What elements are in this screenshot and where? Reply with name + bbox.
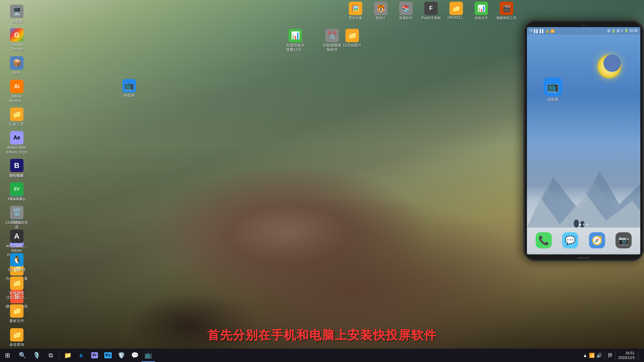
phone-app-kuaitouping[interactable]: 📺 快投屏 — [544, 77, 562, 102]
taskbar-datetime[interactable]: 16:51 2020/12/3 — [618, 351, 635, 360]
tray-network[interactable]: 📶 — [589, 353, 595, 358]
tr-icon-ifonts[interactable]: F iFonts字体制 — [419, 2, 443, 20]
taskbar-kuai-pin[interactable]: 📺 — [142, 349, 155, 362]
my-pc-icon: 🖥️ — [10, 5, 23, 18]
biaoge-icon: 📊 — [475, 2, 488, 15]
taskbar-explorer[interactable]: 📁 — [61, 349, 74, 362]
desktop-icon-qq[interactable]: 🐧 QQ 浏览器 — [3, 251, 30, 274]
11yue-icon: 📁 — [345, 29, 359, 42]
tr-icon-biaoge[interactable]: 📊 表格文件 — [470, 2, 493, 20]
desktop-icon-11yue[interactable]: 📁 11月份图片 — [339, 27, 366, 50]
ev-label: EV录屏 — [11, 197, 23, 201]
recycle-icon: 🗑️ — [10, 206, 23, 219]
ev-icon: EV — [10, 182, 23, 196]
phone-status-right: 蓝 🔋 蓝 ✕ 🔋 10:36 — [607, 28, 638, 33]
ifonts-label: iFonts字体制 — [421, 16, 440, 20]
mountain-svg — [527, 144, 640, 228]
phone-dock-phone[interactable]: 📞 — [536, 232, 552, 248]
ae-icon: Ae — [10, 131, 23, 144]
desktop-icon-recycle[interactable]: 🗑️ 回收站 — [3, 204, 30, 227]
taskbar-divider-1 — [59, 351, 59, 360]
desktop-icon-bilibili[interactable]: B B站视频 — [3, 157, 30, 180]
phone-mountains-bg — [527, 144, 640, 228]
taskbar-task-view[interactable]: ⧉ — [44, 349, 57, 362]
edge-icon: e — [79, 352, 83, 359]
desktop-icon-duan[interactable]: 📁 短视频组(192.168.2... — [3, 275, 30, 302]
moon-overlay — [603, 52, 625, 74]
ai-label: AdobeIllustrat... — [9, 94, 24, 103]
phone-dock-message[interactable]: 💬 — [562, 232, 578, 248]
kuaitouping-tb-icon: 📺 — [145, 351, 152, 359]
page-dot-2 — [583, 224, 585, 226]
desktop-icon-my-pc[interactable]: 🖥️ 以电脑 — [3, 3, 30, 25]
video-tool-icon: 🎬 — [500, 2, 513, 15]
tr-icon-wallpaper[interactable]: 🖼️ 壁纸合集 — [344, 2, 367, 20]
taskbar-cortana[interactable]: 🎙️ — [30, 349, 43, 362]
desktop-icon-baidu[interactable]: 📊 百度经验关道微12月... — [282, 27, 309, 54]
taskbar-edge[interactable]: e — [74, 349, 88, 362]
taskbar-360[interactable]: 🛡️ — [115, 349, 128, 362]
phone-home-bar — [577, 257, 590, 259]
duan-icon: 📁 — [10, 277, 23, 290]
books-label: 迅搜软件 — [399, 16, 413, 20]
taskbar-pr-pin[interactable]: Pr — [88, 349, 101, 362]
arctime-label: ARCTIME_... — [6, 244, 28, 248]
phone-weather-widget — [597, 54, 630, 87]
taskbar-show-desktop[interactable] — [638, 351, 641, 360]
taskbar-wechat[interactable]: 💬 — [128, 349, 142, 362]
ifonts-icon: F — [424, 2, 438, 15]
chrome-label: GoogleChrome — [10, 43, 23, 51]
tr-icon-hushe[interactable]: 🐯 虎设计 — [369, 2, 392, 20]
recycle-label: 回收站 — [11, 220, 22, 225]
task-view-icon: ⧉ — [49, 352, 53, 359]
taskbar-left: ⊞ 🔍 🎙️ ⧉ 📁 e Pr — [0, 349, 155, 362]
phone-bt: 蓝 — [607, 28, 610, 33]
ai-icon: Ai — [10, 80, 23, 93]
desktop-icon-software[interactable]: 📦 软件 — [3, 54, 30, 77]
phone-status-bar: 中 ▌▌ ▌▌ 🔒 📶 蓝 🔋 蓝 ✕ 🔋 10:36 — [527, 27, 640, 35]
phone-dock-camera[interactable]: 📷 — [615, 232, 632, 248]
desktop-icon-prev-work[interactable]: 📁 以前工作 — [3, 106, 30, 128]
taskbar-date: 2020/12/3 — [618, 355, 635, 360]
hushe-label: 虎设计 — [376, 16, 386, 20]
desktop-icon-ai[interactable]: Ai AdobeIllustrat... — [3, 78, 30, 105]
start-button[interactable]: ⊞ — [0, 349, 15, 362]
phone-dock: 📞 💬 🧭 📷 — [527, 228, 640, 253]
desktop-icon-kuaitouping-mid[interactable]: 📺 快投屏 — [116, 77, 143, 100]
cortana-icon: 🎙️ — [33, 352, 40, 359]
phone-mockup: 中 ▌▌ ▌▌ 🔒 📶 蓝 🔋 蓝 ✕ 🔋 10:36 — [523, 20, 644, 261]
video-tool-label: 视频剪辑工具 — [496, 16, 517, 20]
tray-arrow[interactable]: ▲ — [583, 353, 587, 358]
phone-carrier: 中 — [530, 28, 533, 33]
tr-icon-books[interactable]: 📚 迅搜软件 — [394, 2, 418, 20]
chrome-icon: G — [10, 28, 23, 42]
desktop-icon-ae[interactable]: Ae Adobe AfterEffects 2019 — [3, 129, 30, 156]
bilibili-icon: B — [10, 159, 23, 172]
taskbar-clock: 16:51 — [618, 351, 635, 355]
desktop-icon-ev[interactable]: EV EV录屏 — [3, 180, 30, 203]
phone-battery: 🔋 — [611, 29, 615, 33]
desktop-icon-sucai[interactable]: 📁 素材文件 — [3, 302, 30, 325]
desktop-icon-arctime[interactable]: A ARCTIME_... — [3, 228, 30, 250]
tray-lang[interactable]: 拼 — [608, 352, 612, 358]
phone-status-left: 中 ▌▌ ▌▌ 🔒 📶 — [530, 28, 554, 33]
phone-signal2: ▌▌ — [540, 29, 544, 33]
tr-icon-video-tool[interactable]: 🎬 视频剪辑工具 — [495, 2, 518, 20]
phone-signal1: ▌▌ — [534, 29, 539, 33]
taskbar-search[interactable]: 🔍 — [16, 349, 29, 362]
phone-dock-browser[interactable]: 🧭 — [589, 232, 605, 248]
taskbar-ps-pin[interactable]: Ps — [101, 349, 115, 362]
taskbar-right: ▲ 📶 🔊 拼 16:51 2020/12/3 — [583, 351, 644, 360]
search-icon: 🔍 — [19, 352, 26, 359]
tray-volume[interactable]: 🔊 — [596, 353, 602, 358]
sucai-icon: 📁 — [10, 304, 23, 318]
tr-icon-folder1[interactable]: 📁 13524011... — [444, 2, 468, 20]
phone-camera — [582, 23, 586, 27]
sucai-label: 素材文件 — [9, 319, 24, 323]
explorer-icon: 📁 — [64, 352, 71, 359]
page-dot-1 — [579, 224, 581, 226]
taskbar-pinned: 📁 e Pr Ps 🛡️ 💬 📺 — [61, 349, 155, 362]
bishe-icon: ✂️ — [325, 29, 339, 42]
desktop-icon-chrome[interactable]: G GoogleChrome — [3, 26, 30, 53]
11yue-label: 11月份图片 — [343, 43, 362, 48]
